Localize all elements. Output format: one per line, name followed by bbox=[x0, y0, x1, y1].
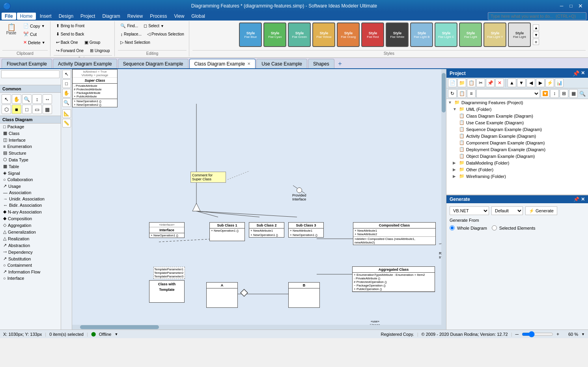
pt-sort[interactable]: ↕ bbox=[550, 89, 559, 98]
menu-item-global[interactable]: Global bbox=[188, 13, 208, 20]
tab-close-icon[interactable]: ✕ bbox=[247, 62, 250, 66]
whole-diagram-radio-label[interactable]: Whole Diagram bbox=[450, 225, 487, 230]
pt-copy[interactable]: 📋 bbox=[467, 79, 476, 87]
cut-button[interactable]: ✂️Cut bbox=[21, 30, 48, 38]
tree-deployment[interactable]: 📋 Deployment Diagram Example (Diagram) bbox=[446, 146, 588, 153]
left-item-collaboration[interactable]: ○ Collaboration bbox=[0, 176, 61, 183]
sub-class-1-node[interactable]: Sub Class 1 + NewOperation1 () bbox=[209, 222, 245, 241]
left-item-aggregation[interactable]: ◇ Aggregation bbox=[0, 222, 61, 228]
generate-close[interactable]: ✕ bbox=[581, 197, 585, 202]
tree-uml-folder[interactable]: ▼ 📁 UML (Folder) bbox=[446, 106, 588, 112]
left-item-signal[interactable]: ◈ Signal bbox=[0, 170, 61, 176]
left-item-interface2[interactable]: ○ Interface bbox=[0, 275, 61, 281]
left-item-generalization[interactable]: △ Generalization bbox=[0, 228, 61, 235]
left-item-enumeration[interactable]: ≡ Enumeration bbox=[0, 143, 61, 150]
tool-resize-h[interactable]: ↔ bbox=[43, 94, 52, 104]
styles-scroll-up[interactable]: ▲ ▼ ≡ bbox=[533, 24, 539, 45]
left-item-substitution[interactable]: ↗ Substitution bbox=[0, 255, 61, 262]
sub-class-2-node[interactable]: Sub Class 2 + NewAttribute1 + NewOperati… bbox=[249, 222, 284, 238]
pt-delete[interactable]: ✕ bbox=[495, 79, 504, 87]
pt-move-up[interactable]: ▲ bbox=[508, 79, 516, 87]
style-button-8[interactable]: StyleFlat Light B bbox=[410, 22, 433, 47]
selected-elements-radio-label[interactable]: Selected Elements bbox=[492, 225, 536, 230]
tool-resize-v[interactable]: ↕ bbox=[32, 94, 42, 104]
tool-select[interactable]: ↖ bbox=[2, 94, 11, 104]
pt-new-folder[interactable]: 📁 bbox=[457, 79, 466, 87]
tool-table[interactable]: ▦ bbox=[43, 105, 52, 114]
tree-usecase[interactable]: 📋 Use Case Example (Diagram) bbox=[446, 119, 588, 126]
tree-activity[interactable]: 📋 Activity Diagram Example (Diagram) bbox=[446, 133, 588, 139]
left-item-class[interactable]: ▦ Class bbox=[0, 130, 61, 137]
generate-pin[interactable]: 📌 bbox=[573, 197, 579, 202]
tab-activity[interactable]: Activity Diagram Example bbox=[53, 59, 117, 68]
style-button-2[interactable]: StyleFlat Cyan bbox=[263, 22, 286, 47]
canvas-tool-3[interactable]: ✋ bbox=[62, 89, 71, 97]
left-item-dependency[interactable]: ⤏ Dependency bbox=[0, 249, 61, 255]
left-item-abstraction[interactable]: ↗ Abstraction bbox=[0, 242, 61, 249]
menu-item-insert[interactable]: Insert bbox=[37, 13, 55, 20]
menu-item-file[interactable]: File bbox=[2, 13, 16, 20]
left-item-usage[interactable]: ↗ Usage bbox=[0, 183, 61, 189]
generate-button[interactable]: ⚡ Generate bbox=[525, 206, 557, 215]
canvas-tool-4[interactable]: 🔍 bbox=[62, 98, 71, 107]
style-button-10[interactable]: StyleFlat Light bbox=[459, 22, 482, 47]
style-button-7[interactable]: StyleFlat White bbox=[386, 22, 409, 47]
menu-item-process[interactable]: Process bbox=[147, 13, 170, 20]
canvas-tool-6[interactable]: 📏 bbox=[62, 119, 71, 127]
style-button-12[interactable]: StyleFlat Light bbox=[508, 22, 531, 47]
zoom-slider[interactable] bbox=[522, 332, 553, 337]
zoom-in-btn[interactable]: + bbox=[556, 331, 559, 337]
delete-button[interactable]: ✕Delete ▼ bbox=[21, 39, 48, 46]
tool-line[interactable]: ▭ bbox=[32, 105, 42, 114]
menu-item-view[interactable]: View bbox=[171, 13, 188, 20]
project-panel-pin[interactable]: 📌 bbox=[573, 70, 579, 77]
pt-move-down[interactable]: ▼ bbox=[517, 79, 526, 87]
pt-view-icon[interactable]: 📋 bbox=[457, 89, 466, 98]
paste-button[interactable]: 📋 Paste bbox=[2, 22, 20, 37]
pt-move-left[interactable]: ◀ bbox=[526, 79, 535, 87]
menu-item-review[interactable]: Review bbox=[124, 13, 146, 20]
left-item-package[interactable]: □ Package bbox=[0, 124, 61, 130]
forward-one-button[interactable]: ↪Forward One bbox=[54, 47, 86, 54]
style-button-5[interactable]: StyleFlat Orang bbox=[337, 22, 360, 47]
pt-search[interactable]: 🔍 bbox=[579, 90, 586, 97]
pt-filter[interactable]: 🔽 bbox=[541, 89, 549, 98]
back-one-button[interactable]: ↩Back One bbox=[54, 39, 80, 46]
canvas-tool-5[interactable]: 📐 bbox=[62, 109, 71, 118]
project-panel-close[interactable]: ✕ bbox=[581, 70, 585, 77]
canvas-tool-1[interactable]: ↖ bbox=[62, 70, 71, 79]
close-button[interactable]: ✕ bbox=[576, 2, 585, 10]
pt-grid-2[interactable]: ▦ bbox=[569, 89, 578, 98]
tree-root[interactable]: ▼ 📁 Diagramming Features (Project) bbox=[446, 99, 588, 106]
zoom-out-btn[interactable]: ─ bbox=[515, 331, 519, 337]
tree-class-diagram[interactable]: 📋 Class Diagram Example (Diagram) bbox=[446, 112, 588, 119]
left-item-datatype[interactable]: ⬡ Data Type bbox=[0, 156, 61, 163]
tab-flowchart[interactable]: Flowchart Example bbox=[2, 59, 52, 68]
tab-shapes[interactable]: Shapes bbox=[308, 59, 334, 68]
tree-wireframing[interactable]: ▶ 📁 Wireframing (Folder) bbox=[446, 173, 588, 180]
tool-rect2[interactable]: □ bbox=[22, 105, 32, 114]
left-item-composition[interactable]: ◆ Composition bbox=[0, 215, 61, 222]
left-item-structure[interactable]: ▤ Structure bbox=[0, 150, 61, 156]
canvas-hscrollbar[interactable] bbox=[72, 325, 446, 330]
send-to-back-button[interactable]: ⬇Send to Back bbox=[54, 30, 86, 38]
style-button-4[interactable]: StyleFlat Yellow bbox=[312, 22, 335, 47]
node-a[interactable]: A bbox=[206, 282, 238, 308]
tool-zoom[interactable]: 🔍 bbox=[22, 94, 32, 104]
left-item-table[interactable]: ▦ Table bbox=[0, 163, 61, 170]
previous-selection-button[interactable]: ◁Previous Selection bbox=[145, 30, 187, 38]
group-button[interactable]: ▣Group bbox=[82, 39, 103, 46]
tab-sequence[interactable]: Sequence Diagram Example bbox=[118, 59, 189, 68]
menu-search-input[interactable] bbox=[488, 12, 586, 20]
tool-rect[interactable]: ■ bbox=[12, 105, 21, 114]
profile-select[interactable]: Default bbox=[491, 206, 523, 215]
style-button-3[interactable]: StyleFlat Green bbox=[288, 22, 311, 47]
minimize-button[interactable]: ─ bbox=[557, 2, 566, 10]
pt-refresh[interactable]: ↻ bbox=[448, 89, 457, 98]
tree-object[interactable]: 📋 Object Diagram Example (Diagram) bbox=[446, 153, 588, 159]
pt-paste[interactable]: 📌 bbox=[486, 79, 495, 87]
menu-item-diagram[interactable]: Diagram bbox=[99, 13, 123, 20]
tab-class[interactable]: Class Diagram Example ✕ bbox=[189, 59, 256, 68]
left-item-info-flow[interactable]: ↗ Information Flow bbox=[0, 268, 61, 275]
left-item-containment[interactable]: ○ Containment bbox=[0, 262, 61, 268]
